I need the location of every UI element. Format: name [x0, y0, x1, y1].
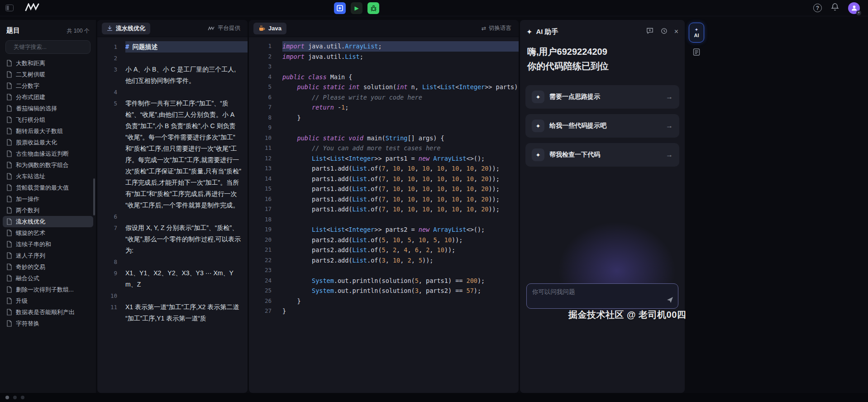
line-number: 1 [249, 41, 272, 52]
history-icon[interactable] [660, 27, 668, 36]
swap-icon: ⇄ [482, 25, 486, 32]
problem-tab[interactable]: 流水线优化 [102, 23, 150, 34]
sidebar-item-problem[interactable]: 加一操作 [3, 193, 93, 205]
sidebar-item-problem[interactable]: 大数和距离 [3, 57, 93, 69]
line-number: 12 [249, 153, 272, 164]
provider-label-group: 平台提供 [208, 24, 243, 32]
problem-title: 大数和距离 [16, 59, 45, 67]
sidebar-item-problem[interactable]: 两个数列 [3, 205, 93, 216]
document-icon [6, 207, 12, 214]
greeting-line-2: 你的代码陪练已到位 [527, 59, 677, 73]
sidebar-item-problem[interactable]: 数据表是否能顺利产出 [3, 306, 93, 318]
sidebar-item-problem[interactable]: 和为偶数的数字组合 [3, 159, 93, 171]
code-text [282, 62, 519, 72]
sidebar-scrollbar[interactable] [93, 178, 95, 215]
arrow-right-icon: → [666, 151, 673, 159]
bell-glyph [831, 3, 839, 11]
code-editor-body[interactable]: 1import java.util.ArrayList;2import java… [249, 37, 519, 393]
search-box[interactable] [5, 40, 91, 54]
ai-suggestion-card[interactable]: ✦需要一点思路提示→ [525, 85, 679, 109]
ai-input-box[interactable] [526, 283, 678, 309]
notifications-bell-icon[interactable] [831, 3, 839, 13]
new-chat-icon[interactable] [646, 27, 653, 36]
ai-suggestion-card[interactable]: ✦帮我检查一下代码→ [525, 143, 679, 167]
sidebar-item-problem[interactable]: 飞行棋分组 [3, 114, 93, 125]
sidebar-item-problem[interactable]: 奇妙的交易 [3, 261, 93, 273]
language-tab[interactable]: Java [253, 23, 286, 34]
line-number: 27 [249, 306, 272, 316]
code-line: 16 parts1.add(List.of(7, 10, 10, 10, 10,… [249, 194, 519, 205]
sidebar-item-problem[interactable]: 分布式团建 [3, 91, 93, 103]
code-text: List<List<Integer>> parts1 = new ArrayLi… [282, 153, 519, 164]
problem-description-line: 9X1、Y1、X2、Y2、X3、Y3 ··· Xm、Ym、Z [97, 268, 248, 290]
code-text: import java.util.ArrayList; [282, 41, 519, 52]
line-number: 10 [249, 133, 272, 144]
suggestion-label: 给我一些代码提示吧 [549, 122, 606, 130]
line-number: 6 [249, 92, 272, 103]
sidebar-item-problem[interactable]: 古生物血缘远近判断 [3, 148, 93, 159]
insert-snippet-button[interactable] [334, 2, 346, 14]
send-icon[interactable] [667, 297, 673, 305]
line-number: 11 [249, 143, 272, 153]
sidebar-item-problem[interactable]: 二叉树供暖 [3, 69, 93, 80]
rail-list-button[interactable] [692, 48, 701, 58]
line-number: 14 [249, 174, 272, 184]
sidebar-item-problem[interactable]: 货船载货量的最大值 [3, 182, 93, 193]
sidebar-item-problem[interactable]: 番茄编辑的选择 [3, 103, 93, 114]
line-number: 22 [249, 255, 272, 266]
problem-title: 数据表是否能顺利产出 [16, 308, 75, 316]
sidebar-item-problem[interactable]: 删除一次得到子数组... [3, 284, 93, 295]
right-toolbar-rail: ✦ AI [686, 20, 707, 393]
line-text [125, 256, 248, 268]
sparkle-icon: ✦ [695, 27, 698, 32]
problem-title: 奇妙的交易 [16, 263, 45, 271]
line-number: 10 [97, 290, 117, 302]
status-dot-icon [21, 396, 24, 399]
close-icon[interactable]: × [674, 28, 678, 35]
line-number: 1 [97, 41, 117, 53]
ai-question-input[interactable] [532, 288, 672, 304]
sidebar-item-problem[interactable]: 二分数字 [3, 80, 93, 91]
document-icon [6, 184, 12, 191]
switch-language-button[interactable]: ⇄ 切换语言 [482, 24, 514, 32]
line-number: 3 [249, 62, 272, 72]
sidebar-item-problem[interactable]: 股票收益最大化 [3, 137, 93, 148]
download-icon [107, 25, 113, 31]
sidebar-item-problem[interactable]: 迷人子序列 [3, 250, 93, 261]
run-button[interactable]: ▶ [351, 2, 362, 14]
line-number: 2 [249, 52, 272, 62]
sidebar-toggle-icon[interactable] [5, 4, 14, 12]
document-icon [6, 218, 12, 225]
search-input[interactable] [14, 44, 86, 50]
sidebar-item-problem[interactable]: 连续子串的和 [3, 239, 93, 250]
line-text [125, 86, 248, 98]
code-line: 19 List<List<Integer>> parts2 = new Arra… [249, 225, 519, 235]
sidebar-item-problem[interactable]: 翻转后最大子数组 [3, 125, 93, 137]
sidebar-item-problem[interactable]: 螺旋的艺术 [3, 227, 93, 239]
code-line: 7 return -1; [249, 102, 519, 113]
problem-title: 字符替换 [16, 320, 39, 328]
code-text: System.out.println(solution(5, parts1) =… [282, 276, 519, 286]
sidebar-item-problem[interactable]: 字符替换 [3, 318, 93, 329]
problem-description-line: 6 [97, 211, 248, 222]
document-icon [6, 230, 12, 236]
ai-suggestion-card[interactable]: ✦给我一些代码提示吧→ [525, 114, 679, 138]
code-text: parts1.add(List.of(7, 10, 10, 10, 10, 10… [282, 163, 519, 174]
avatar[interactable]: ▾ [848, 2, 860, 14]
sidebar-item-problem[interactable]: 流水线优化 [3, 216, 93, 227]
help-icon[interactable]: ? [813, 4, 822, 12]
sidebar-item-problem[interactable]: 火车站选址 [3, 171, 93, 182]
sidebar-item-problem[interactable]: 升级 [3, 295, 93, 306]
sidebar-item-problem[interactable]: 融合公式 [3, 273, 93, 284]
line-text: 假设用 X, Y, Z 分别表示“加工”、“质检”、“收尾”,那么一个零件的制作… [125, 222, 248, 256]
code-text: } [282, 296, 519, 306]
code-line: 21 parts2.add(List.of(5, 2, 4, 6, 2, 10)… [249, 245, 519, 255]
avatar-chevron-icon: ▾ [856, 10, 861, 15]
purple-glow-decoration [535, 203, 685, 339]
code-text: parts2.add(List.of(3, 10, 2, 5)); [282, 255, 519, 266]
code-text: public class Main { [282, 72, 519, 82]
document-icon [6, 128, 12, 134]
debug-button[interactable] [367, 2, 379, 14]
app-logo-icon[interactable] [24, 3, 41, 13]
ai-rail-button[interactable]: ✦ AI [689, 23, 704, 43]
